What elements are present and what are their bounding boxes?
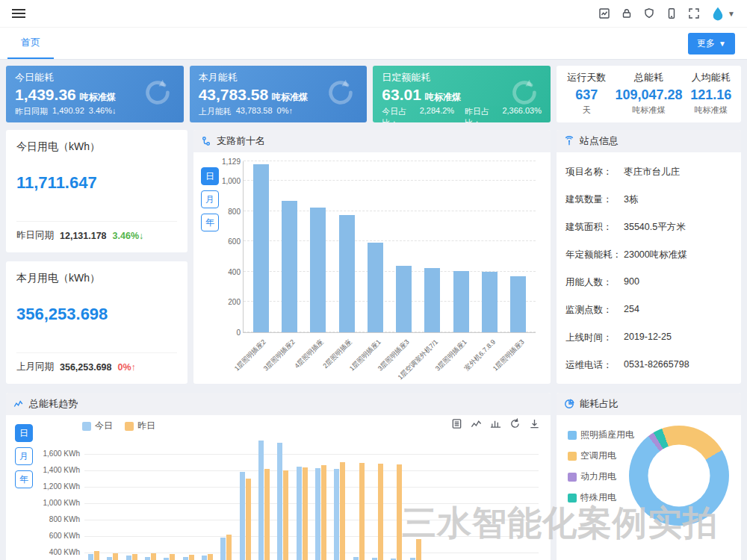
line-chart-icon[interactable]	[471, 418, 482, 429]
y-axis-label: 400 KWh	[34, 548, 80, 556]
usage-value: 356,253.698	[16, 305, 177, 324]
kpi-sub-label: 今日占比：	[382, 106, 415, 122]
bar-slot	[396, 161, 412, 332]
period-button-年[interactable]: 年	[15, 470, 33, 488]
bar-今日	[277, 443, 282, 560]
kpi-unit: 吨标准煤	[272, 92, 308, 102]
refresh-icon[interactable]	[509, 418, 521, 429]
bar-group	[444, 438, 462, 560]
y-axis-label: 1,400 KWh	[34, 466, 80, 474]
pie-legend: 照明插座用电空调用电动力用电特殊用电	[568, 429, 634, 504]
site-info-row: 运维电话：0531-82665798	[565, 352, 732, 379]
bar-昨日	[416, 539, 421, 560]
shield-icon[interactable]	[643, 7, 655, 19]
bar	[310, 208, 326, 332]
electricity-column: 今日用电（kWh） 11,711.647 昨日同期 12,131.178 3.4…	[6, 130, 187, 384]
bar-group	[103, 438, 122, 560]
refresh-icon	[140, 75, 175, 113]
list-icon[interactable]	[451, 418, 462, 429]
pie-legend-item[interactable]: 空调用电	[568, 449, 634, 462]
refresh-icon	[323, 75, 358, 113]
site-info-panel: 站点信息 项目名称：枣庄市台儿庄建筑数量：3栋建筑面积：35540.5平方米年定…	[557, 130, 741, 384]
bars-container	[244, 161, 536, 332]
bar-group	[141, 438, 160, 560]
pie-legend-item[interactable]: 特殊用电	[568, 491, 634, 504]
kpi-value: 1,439.36	[15, 86, 76, 103]
site-info-label: 建筑数量：	[565, 193, 624, 206]
pie-icon	[564, 399, 574, 409]
bar	[282, 201, 297, 332]
kpi-sub-label: 上月能耗	[199, 106, 232, 117]
download-icon[interactable]	[529, 418, 540, 429]
bar-昨日	[208, 554, 213, 560]
usage-title: 本月用电（kWh）	[16, 272, 177, 285]
bar-group	[311, 438, 330, 560]
menu-icon[interactable]	[12, 7, 25, 20]
brand-menu[interactable]: ▼	[710, 6, 735, 21]
pie-legend-label: 照明插座用电	[580, 429, 634, 441]
middle-row: 今日用电（kWh） 11,711.647 昨日同期 12,131.178 3.4…	[6, 130, 741, 384]
bar-group	[482, 438, 500, 560]
site-info-value: 254	[624, 304, 639, 317]
month-electricity-card: 本月用电（kWh） 356,253.698 上月同期 356,253.698 0…	[6, 261, 187, 384]
site-info-value: 0531-82665798	[624, 359, 689, 372]
legend-item-昨日[interactable]: 昨日	[125, 420, 155, 432]
tab-home[interactable]: 首页	[7, 28, 54, 59]
period-button-月[interactable]: 月	[15, 447, 33, 465]
bar-group	[500, 438, 519, 560]
bar-昨日	[189, 555, 194, 560]
more-button-label: 更多	[697, 37, 715, 50]
legend-swatch	[568, 494, 577, 503]
more-button[interactable]: 更多 ▼	[688, 33, 735, 55]
site-info-value: 900	[624, 276, 639, 289]
bar-group	[368, 438, 387, 560]
bottom-row: 总能耗趋势 今日昨日 日月年 1,600 KWh1,400 KWh1,200 K…	[6, 393, 741, 560]
panel-title: 总能耗趋势	[29, 397, 78, 411]
bar-group	[387, 438, 406, 560]
legend-item-今日[interactable]: 今日	[82, 420, 113, 432]
lock-icon[interactable]	[621, 7, 633, 19]
bar-今日	[164, 558, 169, 560]
pie-legend-item[interactable]: 动力用电	[568, 470, 634, 483]
period-button-月[interactable]: 月	[201, 190, 219, 208]
site-info-icon	[564, 136, 574, 146]
kpi-value: 63.01	[382, 86, 421, 103]
panel-header: 总能耗趋势	[6, 393, 551, 415]
x-label-slot: 2层照明插座	[338, 335, 354, 381]
energy-share-panel: 能耗占比 照明插座用电空调用电动力用电特殊用电	[557, 393, 741, 560]
chart-panel-icon[interactable]	[598, 7, 610, 19]
bar-slot	[424, 161, 440, 332]
stat-unit: 天	[558, 105, 615, 116]
stat-label: 运行天数	[558, 71, 615, 84]
bar-chart-icon[interactable]	[490, 418, 501, 429]
period-button-年[interactable]: 年	[201, 214, 219, 231]
bar-group	[160, 438, 179, 560]
site-info-row: 年定额能耗：23000吨标准煤	[565, 241, 732, 269]
bar-今日	[410, 558, 415, 560]
x-label-slot: 室外机6.7.8.9	[482, 335, 498, 381]
bar-今日	[88, 554, 93, 560]
chevron-down-icon: ▼	[719, 40, 726, 48]
pie-legend-label: 空调用电	[580, 449, 616, 462]
fullscreen-icon[interactable]	[688, 7, 700, 19]
panel-header: 支路前十名	[193, 130, 551, 152]
pie-legend-item[interactable]: 照明插座用电	[568, 429, 634, 441]
bar-今日	[372, 558, 377, 560]
panel-title: 支路前十名	[217, 134, 265, 148]
bar-昨日	[226, 535, 232, 560]
bar-昨日	[321, 465, 326, 560]
bar-昨日	[113, 553, 118, 560]
bar-group	[84, 438, 103, 560]
kpi-card-today-energy: 今日能耗 1,439.36吨标准煤 昨日同期 1,490.92 3.46%↓	[6, 66, 184, 122]
kpi-unit: 吨标准煤	[80, 92, 116, 102]
bar-昨日	[378, 464, 383, 560]
pie-legend-label: 特殊用电	[580, 491, 616, 504]
stat-value: 121.16	[683, 87, 740, 103]
period-button-日[interactable]: 日	[15, 424, 33, 442]
bar-group	[217, 438, 235, 560]
bar-昨日	[283, 470, 288, 560]
legend-swatch	[568, 431, 577, 440]
site-info-label: 年定额能耗：	[565, 249, 624, 261]
mobile-icon[interactable]	[666, 7, 678, 19]
trend-panel: 总能耗趋势 今日昨日 日月年 1,600 KWh1,400 KWh1,200 K…	[6, 393, 551, 560]
